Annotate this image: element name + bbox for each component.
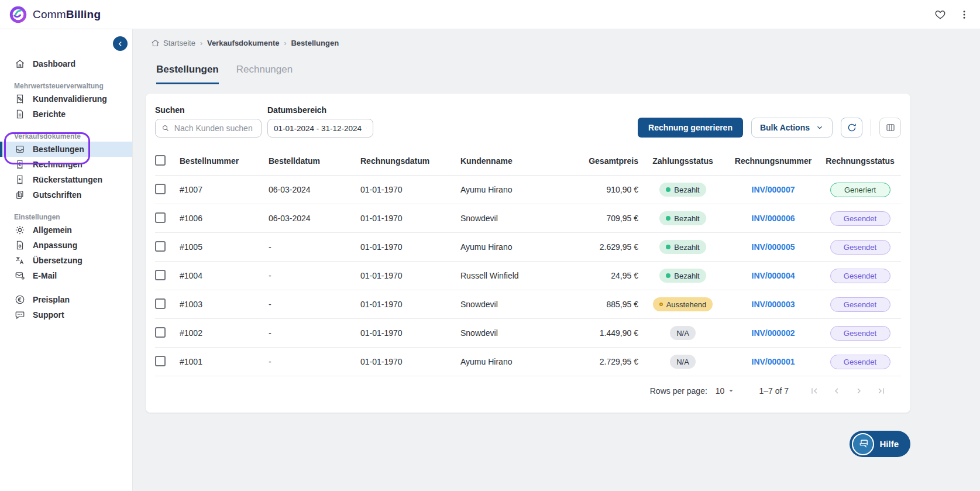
invoice-status-badge[interactable]: Gesendet [830, 326, 890, 341]
sidebar-item-kundenvalidierung[interactable]: Kundenvalidierung [0, 91, 132, 107]
date-range-input[interactable]: 01-01-2024 - 31-12-2024 [267, 119, 373, 138]
sidebar-item-bestellungen[interactable]: Bestellungen [0, 142, 132, 157]
invoice-number-link[interactable]: INV/000007 [752, 185, 795, 194]
table-row: #1007 06-03-2024 01-01-1970 Ayumu Hirano… [155, 176, 901, 204]
table-header-row: Bestellnummer Bestelldatum Rechnungsdatu… [155, 147, 901, 176]
row-checkbox[interactable] [155, 298, 166, 309]
table-row: #1003 - 01-01-1970 Snowdevil 885,95 € Au… [155, 290, 901, 319]
total-price-cell: 709,95 € [585, 214, 638, 223]
sidebar-item-rueckerstattungen[interactable]: Rückerstattungen [0, 172, 132, 187]
sidebar-item-email[interactable]: E-Mail [0, 268, 132, 283]
row-checkbox[interactable] [155, 241, 166, 252]
main-content: Startseite › Verkaufsdokumente › Bestell… [133, 29, 980, 491]
sidebar-item-gutschriften[interactable]: Gutschriften [0, 187, 132, 202]
refresh-button[interactable] [841, 118, 862, 138]
column-header-zahlungsstatus: Zahlungsstatus [638, 156, 727, 166]
invoice-status-badge[interactable]: Gesendet [830, 269, 890, 283]
sidebar-collapse-button[interactable] [113, 36, 128, 51]
euro-circle-icon [15, 294, 25, 305]
sidebar-item-dashboard[interactable]: Dashboard [0, 56, 132, 71]
row-checkbox[interactable] [155, 212, 166, 223]
last-page-button[interactable] [876, 386, 886, 396]
invoice-status-badge[interactable]: Generiert [830, 183, 890, 197]
customer-search-field[interactable] [174, 123, 255, 133]
invoice-date-cell: 01-01-1970 [360, 357, 460, 366]
orders-tray-icon [15, 144, 25, 154]
sidebar-item-label: Übersetzung [33, 256, 82, 265]
order-number-cell: #1004 [180, 271, 269, 280]
row-checkbox[interactable] [155, 184, 166, 194]
order-date-cell: - [269, 357, 360, 366]
row-checkbox[interactable] [155, 327, 166, 338]
column-header-bestellnummer: Bestellnummer [180, 156, 269, 166]
invoice-number-link[interactable]: INV/000005 [752, 242, 795, 252]
customization-icon [15, 240, 25, 250]
breadcrumb-separator: › [284, 39, 286, 47]
help-label: Hilfe [879, 439, 899, 449]
breadcrumb-verkaufsdokumente[interactable]: Verkaufsdokumente [207, 39, 280, 47]
sidebar-item-preisplan[interactable]: Preisplan [0, 292, 132, 307]
invoice-status-badge[interactable]: Gesendet [830, 240, 890, 255]
row-checkbox[interactable] [155, 270, 166, 280]
invoice-number-link[interactable]: INV/000001 [752, 357, 795, 366]
sidebar-item-rechnungen[interactable]: Rechnungen [0, 157, 132, 172]
refund-receipt-icon [15, 174, 25, 185]
commbilling-logo-icon [9, 5, 27, 24]
favorites-heart-icon[interactable] [934, 9, 946, 20]
chevron-down-icon [728, 387, 734, 394]
rows-per-page-select[interactable]: 10 [716, 386, 735, 396]
sidebar-item-support[interactable]: Support [0, 307, 132, 322]
column-settings-button[interactable] [879, 118, 901, 138]
calendar-icon [366, 123, 367, 133]
home-icon [15, 59, 25, 69]
breadcrumb-separator: › [200, 39, 202, 47]
sidebar-item-label: Support [33, 310, 64, 320]
breadcrumb-bestellungen[interactable]: Bestellungen [291, 39, 339, 47]
invoice-number-link[interactable]: INV/000006 [752, 214, 795, 223]
invoice-number-link[interactable]: INV/000002 [752, 328, 795, 338]
columns-icon [885, 122, 896, 133]
next-page-button[interactable] [854, 386, 864, 396]
kebab-menu-icon[interactable] [959, 9, 969, 20]
customer-name-cell: Russell Winfield [460, 271, 585, 280]
tab-rechnungen[interactable]: Rechnungen [236, 64, 293, 84]
sidebar-item-berichte[interactable]: Berichte [0, 107, 132, 122]
sidebar-item-uebersetzung[interactable]: Übersetzung [0, 253, 132, 268]
search-input[interactable] [155, 119, 262, 138]
receipt-percent-icon [15, 94, 25, 104]
previous-page-button[interactable] [832, 386, 841, 396]
sidebar-item-label: Rechnungen [33, 160, 82, 169]
sidebar-item-anpassung[interactable]: Anpassung [0, 238, 132, 253]
invoice-status-badge[interactable]: Gesendet [830, 355, 890, 369]
invoice-number-link[interactable]: INV/000003 [752, 300, 795, 309]
invoice-status-badge[interactable]: Gesendet [830, 211, 890, 226]
customer-name-cell: Ayumu Hirano [460, 357, 585, 366]
bulk-actions-button[interactable]: Bulk Actions [751, 118, 833, 138]
page-range: 1–7 of 7 [759, 386, 789, 396]
sidebar-item-allgemein[interactable]: Allgemein [0, 222, 132, 238]
first-page-button[interactable] [810, 386, 819, 396]
sidebar-section-settings: Einstellungen [0, 212, 132, 222]
tab-bestellungen[interactable]: Bestellungen [156, 64, 219, 84]
breadcrumb-startseite[interactable]: Startseite [151, 39, 195, 47]
help-button[interactable]: Hilfe [850, 431, 910, 457]
customer-name-cell: Ayumu Hirano [460, 185, 585, 194]
table-row: #1002 - 01-01-1970 Snowdevil 1.449,90 € … [155, 319, 901, 348]
generate-invoice-button[interactable]: Rechnung generieren [638, 118, 743, 138]
row-checkbox[interactable] [155, 356, 166, 366]
customer-name-cell: Ayumu Hirano [460, 242, 585, 252]
invoice-date-cell: 01-01-1970 [360, 185, 460, 194]
order-date-cell: 06-03-2024 [269, 214, 360, 223]
order-date-cell: 06-03-2024 [269, 185, 360, 194]
sidebar: Dashboard Mehrwertsteuerverwaltung Kunde… [0, 29, 133, 491]
payment-status-badge: Bezahlt [659, 183, 706, 197]
invoice-number-link[interactable]: INV/000004 [752, 271, 795, 280]
invoice-status-badge[interactable]: Gesendet [830, 297, 890, 312]
top-header: CommBilling [0, 0, 980, 29]
select-all-checkbox[interactable] [155, 155, 166, 166]
home-icon [151, 39, 160, 47]
sidebar-item-label: Kundenvalidierung [33, 94, 107, 104]
total-price-cell: 1.449,90 € [585, 328, 638, 338]
help-chat-icon [852, 433, 874, 455]
table-body: #1007 06-03-2024 01-01-1970 Ayumu Hirano… [155, 176, 901, 376]
